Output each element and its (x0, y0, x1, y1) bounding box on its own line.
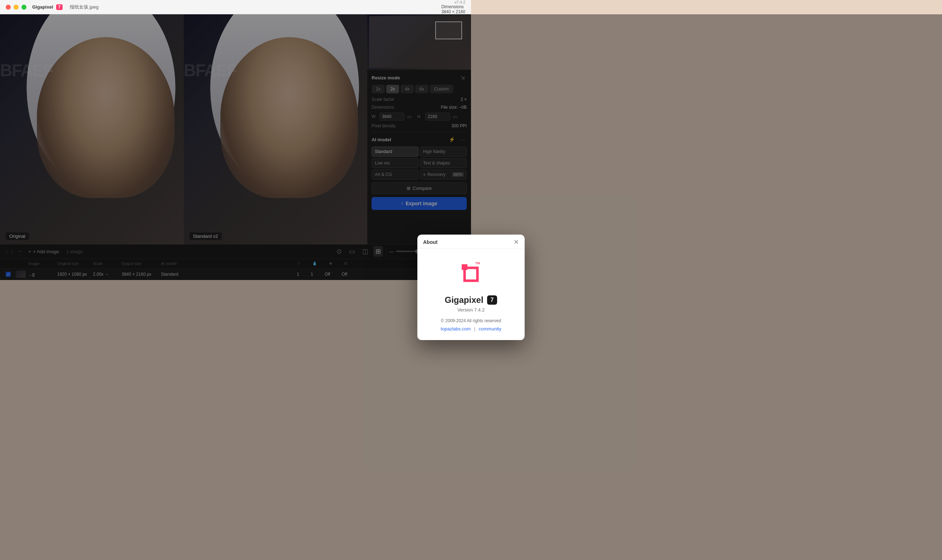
app-version-badge: 7 (56, 4, 63, 10)
app-name: Gigapixel (32, 4, 53, 10)
svg-rect-3 (467, 270, 471, 278)
file-name: 报纸女孩.jpeg (70, 4, 99, 10)
title-bar-right: v7.4.2 Dimensions3840 × 2160 (441, 0, 465, 14)
modal-title: About (423, 239, 437, 245)
version-label: v7.4.2 (454, 0, 465, 4)
title-dimensions: Dimensions3840 × 2160 (441, 4, 465, 14)
minimize-button[interactable] (14, 5, 18, 10)
traffic-lights (6, 5, 26, 10)
title-bar: Gigapixel 7 报纸女孩.jpeg v7.4.2 Dimensions3… (0, 0, 471, 14)
app-info: Gigapixel 7 (32, 4, 63, 10)
modal-overlay: About ✕ TM Gigapixel 7 (0, 14, 471, 280)
modal-body: TM Gigapixel 7 Version 7.4.2 © 2009-2024… (417, 249, 471, 280)
maximize-button[interactable] (22, 5, 26, 10)
app-logo: TM (425, 259, 471, 280)
modal-header: About ✕ (417, 235, 471, 249)
close-button[interactable] (6, 5, 11, 10)
about-modal: About ✕ TM Gigapixel 7 (417, 235, 471, 280)
